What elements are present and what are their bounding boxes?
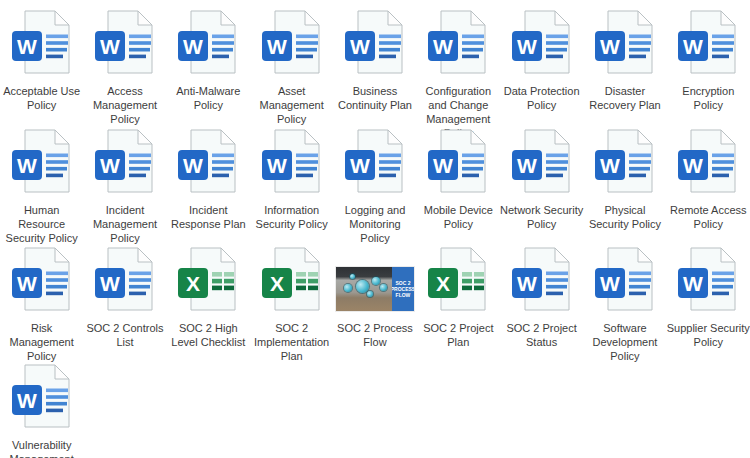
file-icon-slot: W X [253, 129, 331, 193]
file-label: SOC 2 Process Flow [333, 321, 416, 349]
file-item-asset-management-policy[interactable]: W X [250, 6, 333, 125]
file-icon-slot: W X [419, 10, 497, 74]
excel-file-icon: X [261, 247, 323, 311]
file-item-soc-2-implementation-plan[interactable]: W X [250, 243, 333, 360]
svg-text:W: W [433, 154, 453, 177]
file-icon-slot: W X [336, 247, 414, 311]
file-icon-slot: W X [3, 247, 81, 311]
file-icon-slot: W X [86, 247, 164, 311]
file-icon-slot: W X [503, 129, 581, 193]
file-label: SOC 2 Implementation Plan [250, 321, 333, 363]
file-label: Acceptable Use Policy [0, 84, 83, 112]
word-file-icon: W [11, 364, 73, 428]
word-file-icon: W [594, 129, 656, 193]
svg-text:W: W [183, 154, 203, 177]
thumbnail-caption: SOC 2 PROCESS FLOW [392, 267, 414, 311]
file-label: Disaster Recovery Plan [583, 84, 666, 112]
file-icon-slot: W X [336, 10, 414, 74]
file-icon-slot: W X [336, 129, 414, 193]
file-item-vulnerability-management-policy[interactable]: W X [0, 360, 83, 452]
file-item-soc-2-process-flow[interactable]: W X [333, 243, 416, 360]
file-icon-slot: W X [3, 364, 81, 428]
file-item-remote-access-policy[interactable]: W X [667, 125, 750, 243]
svg-text:W: W [17, 154, 37, 177]
file-icon-slot: W X [586, 10, 664, 74]
word-file-icon: W [177, 129, 239, 193]
word-file-icon: W [427, 10, 489, 74]
file-label: Logging and Monitoring Policy [333, 203, 416, 245]
file-item-risk-management-policy[interactable]: W X [0, 243, 83, 360]
svg-text:W: W [517, 272, 537, 295]
file-label: SOC 2 Controls List [83, 321, 166, 349]
file-label: Anti-Malware Policy [167, 84, 250, 112]
svg-text:W: W [600, 154, 620, 177]
file-label: Incident Response Plan [167, 203, 250, 231]
file-label: Information Security Policy [250, 203, 333, 231]
svg-text:X: X [186, 272, 200, 295]
word-file-icon: W [511, 129, 573, 193]
svg-text:W: W [683, 154, 703, 177]
file-item-soc-2-project-status[interactable]: W X [500, 243, 583, 360]
svg-text:W: W [517, 154, 537, 177]
file-label: Physical Security Policy [583, 203, 666, 231]
file-icon-slot: W X [669, 10, 747, 74]
file-item-business-continuity-plan[interactable]: W X [333, 6, 416, 125]
file-item-software-development-policy[interactable]: W X [583, 243, 666, 360]
file-label: Access Management Policy [83, 84, 166, 126]
file-label: SOC 2 High Level Checklist [167, 321, 250, 349]
file-icon-slot: W X [253, 247, 331, 311]
file-item-disaster-recovery-plan[interactable]: W X [583, 6, 666, 125]
file-item-mobile-device-policy[interactable]: W X [417, 125, 500, 243]
file-item-information-security-policy[interactable]: W X [250, 125, 333, 243]
word-file-icon: W [677, 129, 739, 193]
svg-text:W: W [517, 35, 537, 58]
word-file-icon: W [511, 247, 573, 311]
file-item-acceptable-use-policy[interactable]: W X [0, 6, 83, 125]
file-icon-slot: W X [419, 129, 497, 193]
file-item-soc-2-controls-list[interactable]: W X [83, 243, 166, 360]
word-file-icon: W [344, 129, 406, 193]
file-item-incident-management-policy[interactable]: W X [83, 125, 166, 243]
svg-text:W: W [17, 389, 37, 412]
svg-text:X: X [436, 272, 450, 295]
word-file-icon: W [11, 10, 73, 74]
word-file-icon: W [677, 10, 739, 74]
file-icon-slot: W X [503, 247, 581, 311]
file-icon-slot: W X [503, 10, 581, 74]
file-icon-slot: W X [169, 129, 247, 193]
word-file-icon: W [677, 247, 739, 311]
file-item-human-resource-security-policy[interactable]: W X [0, 125, 83, 243]
file-item-encryption-policy[interactable]: W X [667, 6, 750, 125]
file-item-soc-2-project-plan[interactable]: W X [417, 243, 500, 360]
file-item-incident-response-plan[interactable]: W X [167, 125, 250, 243]
svg-text:W: W [600, 272, 620, 295]
file-label: Business Continuity Plan [333, 84, 416, 112]
file-item-physical-security-policy[interactable]: W X [583, 125, 666, 243]
word-file-icon: W [261, 10, 323, 74]
file-icon-slot: W X [586, 129, 664, 193]
svg-text:W: W [267, 35, 287, 58]
svg-text:W: W [17, 272, 37, 295]
file-item-configuration-and-change-management-policy[interactable]: W X [417, 6, 500, 125]
file-item-anti-malware-policy[interactable]: W X [167, 6, 250, 125]
file-label: Supplier Security Policy [667, 321, 750, 349]
file-label: Data Protection Policy [500, 84, 583, 112]
word-file-icon: W [427, 129, 489, 193]
file-item-data-protection-policy[interactable]: W X [500, 6, 583, 125]
word-file-icon: W [594, 10, 656, 74]
file-icon-slot: W X [86, 129, 164, 193]
file-icon-slot: W X [669, 247, 747, 311]
file-label: Software Development Policy [583, 321, 666, 363]
excel-file-icon: X [177, 247, 239, 311]
file-item-access-management-policy[interactable]: W X [83, 6, 166, 125]
file-icon-slot: W X [3, 129, 81, 193]
file-icon-slot: W X [419, 247, 497, 311]
file-item-logging-and-monitoring-policy[interactable]: W X [333, 125, 416, 243]
file-item-soc-2-high-level-checklist[interactable]: W X [167, 243, 250, 360]
file-item-network-security-policy[interactable]: W X [500, 125, 583, 243]
file-item-supplier-security-policy[interactable]: W X [667, 243, 750, 360]
svg-text:W: W [100, 35, 120, 58]
file-label: Remote Access Policy [667, 203, 750, 231]
file-icon-slot: W X [3, 10, 81, 74]
word-file-icon: W [594, 247, 656, 311]
